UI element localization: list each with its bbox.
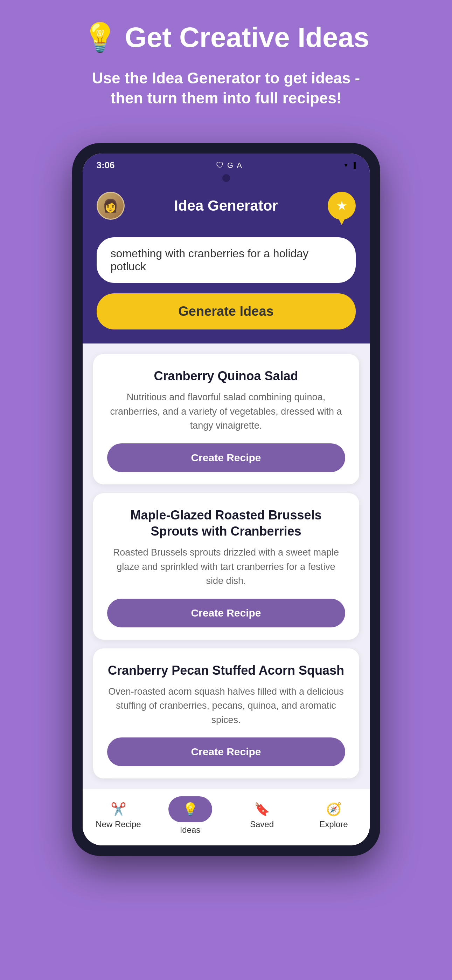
recipe-title-0: Cranberry Quinoa Salad bbox=[107, 368, 345, 385]
promo-subtitle: Use the Idea Generator to get ideas -the… bbox=[28, 68, 424, 108]
recipe-desc-2: Oven-roasted acorn squash halves filled … bbox=[107, 684, 345, 727]
recipe-desc-1: Roasted Brussels sprouts drizzled with a… bbox=[107, 546, 345, 588]
nav-label-new-recipe: New Recipe bbox=[95, 819, 141, 829]
bottom-nav: ✂️ New Recipe 💡 Ideas 🔖 Saved 🧭 Explore bbox=[82, 789, 370, 845]
promo-title: 💡 Get Creative Ideas bbox=[28, 21, 424, 54]
create-recipe-label-1: Create Recipe bbox=[191, 607, 261, 619]
generate-ideas-button[interactable]: Generate Ideas bbox=[97, 293, 356, 329]
nav-active-wrapper: 💡 bbox=[168, 796, 212, 822]
search-input-wrapper[interactable]: something with cranberries for a holiday… bbox=[97, 237, 356, 283]
camera-area bbox=[82, 174, 370, 185]
create-recipe-label-0: Create Recipe bbox=[191, 452, 261, 463]
phone-screen: 3:06 🛡 G A ▼ ▐ 👩 Idea G bbox=[82, 154, 370, 845]
recipe-cards-container: Cranberry Quinoa Salad Nutritious and fl… bbox=[82, 344, 370, 789]
promo-title-text: Get Creative Ideas bbox=[125, 21, 369, 54]
google-icon: G bbox=[227, 161, 233, 170]
promo-header: 💡 Get Creative Ideas Use the Idea Genera… bbox=[0, 0, 452, 122]
recipe-card-2: Cranberry Pecan Stuffed Acorn Squash Ove… bbox=[93, 648, 359, 778]
status-time: 3:06 bbox=[97, 160, 115, 171]
recipe-card-0: Cranberry Quinoa Salad Nutritious and fl… bbox=[93, 354, 359, 484]
compass-icon: 🧭 bbox=[326, 802, 342, 817]
create-recipe-label-2: Create Recipe bbox=[191, 746, 261, 757]
recipe-title-1: Maple-Glazed Roasted Brussels Sprouts wi… bbox=[107, 507, 345, 540]
generate-ideas-label: Generate Ideas bbox=[178, 304, 273, 318]
create-recipe-button-0[interactable]: Create Recipe bbox=[107, 443, 345, 472]
app-header: 👩 Idea Generator ★ bbox=[82, 185, 370, 230]
avatar-image: 👩 bbox=[98, 193, 124, 219]
bookmark-icon: 🔖 bbox=[254, 802, 270, 817]
generate-btn-container: Generate Ideas bbox=[82, 293, 370, 344]
badge-icon: ★ bbox=[328, 192, 356, 220]
recipe-title-2: Cranberry Pecan Stuffed Acorn Squash bbox=[107, 662, 345, 679]
shield-icon: 🛡 bbox=[216, 161, 224, 170]
camera-dot bbox=[222, 174, 230, 182]
create-recipe-button-2[interactable]: Create Recipe bbox=[107, 737, 345, 766]
nav-label-ideas: Ideas bbox=[180, 825, 201, 835]
search-input[interactable]: something with cranberries for a holiday… bbox=[111, 247, 342, 273]
app-title: Idea Generator bbox=[125, 197, 328, 214]
nav-item-explore[interactable]: 🧭 Explore bbox=[298, 802, 370, 829]
phone-wrapper: 3:06 🛡 G A ▼ ▐ 👩 Idea G bbox=[72, 143, 380, 856]
phone-frame: 3:06 🛡 G A ▼ ▐ 👩 Idea G bbox=[72, 143, 380, 856]
status-icons-right: ▼ ▐ bbox=[343, 162, 355, 169]
avatar: 👩 bbox=[97, 192, 125, 220]
status-icons-left: 🛡 G A bbox=[216, 161, 242, 170]
search-container: something with cranberries for a holiday… bbox=[82, 230, 370, 293]
bulb-icon: 💡 bbox=[82, 21, 117, 54]
a-icon: A bbox=[237, 161, 242, 170]
badge-star: ★ bbox=[336, 198, 347, 213]
create-recipe-button-1[interactable]: Create Recipe bbox=[107, 599, 345, 627]
status-bar: 3:06 🛡 G A ▼ ▐ bbox=[82, 154, 370, 174]
wifi-icon: ▼ bbox=[343, 162, 349, 169]
recipe-card-1: Maple-Glazed Roasted Brussels Sprouts wi… bbox=[93, 493, 359, 640]
recipe-desc-0: Nutritious and flavorful salad combining… bbox=[107, 390, 345, 433]
signal-icon: ▐ bbox=[352, 162, 355, 169]
scissors-icon: ✂️ bbox=[111, 802, 126, 817]
nav-label-saved: Saved bbox=[250, 819, 274, 829]
nav-label-explore: Explore bbox=[319, 819, 348, 829]
nav-item-new-recipe[interactable]: ✂️ New Recipe bbox=[82, 802, 154, 829]
nav-item-ideas[interactable]: 💡 Ideas bbox=[154, 796, 226, 835]
bulb-nav-icon: 💡 bbox=[182, 802, 198, 816]
nav-item-saved[interactable]: 🔖 Saved bbox=[226, 802, 298, 829]
